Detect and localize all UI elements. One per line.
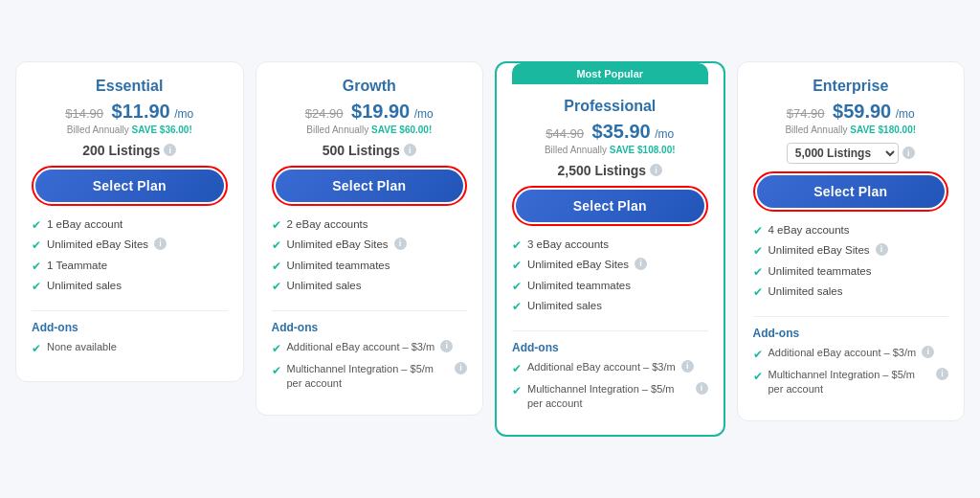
- addon-info-icon-growth-0[interactable]: i: [440, 340, 453, 352]
- addon-info-icon-enterprise-0[interactable]: i: [922, 346, 934, 358]
- select-plan-button-essential[interactable]: Select Plan: [35, 170, 224, 202]
- billing-row-enterprise: Billed Annually SAVE $180.00!: [753, 124, 949, 135]
- save-label-enterprise: SAVE $180.00!: [850, 124, 916, 135]
- feature-item-essential-2: ✔ 1 Teammate: [32, 259, 228, 275]
- addon-item-professional-0: ✔ Additional eBay account – $3/m i: [512, 360, 708, 377]
- features-list-essential: ✔ 1 eBay account ✔ Unlimited eBay Sites …: [32, 217, 228, 295]
- addon-item-growth-0: ✔ Additional eBay account – $3/m i: [272, 340, 468, 357]
- select-btn-wrapper-enterprise: Select Plan: [753, 171, 949, 212]
- check-icon: ✔: [32, 260, 41, 275]
- feature-info-icon-enterprise-1[interactable]: i: [876, 243, 888, 256]
- feature-text-growth-1: Unlimited eBay Sites: [287, 238, 389, 252]
- listings-value-professional: 2,500 Listings: [557, 163, 646, 178]
- save-label-essential: SAVE $36.00!: [132, 124, 192, 135]
- plan-card-professional: Most PopularProfessional $44.90 $35.90 /…: [495, 61, 725, 438]
- feature-item-professional-1: ✔ Unlimited eBay Sites i: [512, 258, 708, 274]
- price-new-growth: $19.90: [351, 101, 410, 122]
- addon-info-icon-professional-0[interactable]: i: [681, 360, 694, 373]
- addon-none-essential: ✔ None available: [32, 340, 228, 357]
- addons-label-professional: Add-ons: [512, 341, 708, 354]
- listings-select-enterprise[interactable]: 5,000 Listings 10,000 Listings 25,000 Li…: [787, 143, 899, 164]
- listings-row-enterprise: 5,000 Listings 10,000 Listings 25,000 Li…: [753, 143, 949, 164]
- price-row-enterprise: $74.90 $59.90 /mo: [753, 101, 949, 123]
- listings-info-icon-professional[interactable]: i: [650, 164, 662, 176]
- feature-text-growth-3: Unlimited sales: [287, 279, 362, 293]
- pricing-container: Essential $14.90 $11.90 /mo Billed Annua…: [15, 61, 965, 438]
- feature-item-growth-3: ✔ Unlimited sales: [272, 279, 468, 295]
- listings-info-icon-essential[interactable]: i: [164, 144, 176, 156]
- select-plan-button-professional[interactable]: Select Plan: [516, 190, 704, 222]
- addon-item-enterprise-1: ✔ Multichannel Integration – $5/m per ac…: [753, 368, 949, 397]
- feature-text-professional-3: Unlimited sales: [527, 299, 602, 313]
- features-list-growth: ✔ 2 eBay accounts ✔ Unlimited eBay Sites…: [272, 217, 468, 295]
- feature-info-icon-professional-1[interactable]: i: [635, 258, 647, 270]
- feature-item-professional-0: ✔ 3 eBay accounts: [512, 238, 708, 254]
- addon-text-enterprise-0: Additional eBay account – $3/m: [768, 346, 917, 360]
- addon-info-icon-enterprise-1[interactable]: i: [936, 368, 948, 380]
- plan-card-growth: Growth $24.90 $19.90 /mo Billed Annually…: [256, 61, 484, 417]
- price-row-professional: $44.90 $35.90 /mo: [512, 121, 708, 143]
- feature-info-icon-essential-1[interactable]: i: [154, 238, 167, 250]
- divider-professional: [512, 330, 708, 331]
- listings-value-essential: 200 Listings: [82, 143, 160, 158]
- price-mo-growth: /mo: [414, 107, 434, 121]
- listings-row-essential: 200 Listings i: [32, 143, 228, 158]
- feature-text-professional-1: Unlimited eBay Sites: [527, 258, 629, 272]
- plan-name-growth: Growth: [272, 78, 468, 95]
- feature-info-icon-growth-1[interactable]: i: [394, 238, 407, 250]
- feature-text-essential-1: Unlimited eBay Sites: [47, 238, 148, 252]
- select-plan-button-growth[interactable]: Select Plan: [276, 170, 464, 202]
- select-plan-button-enterprise[interactable]: Select Plan: [757, 175, 946, 208]
- addon-text-enterprise-1: Multichannel Integration – $5/m per acco…: [768, 368, 931, 397]
- check-icon: ✔: [512, 383, 522, 399]
- addons-label-essential: Add-ons: [32, 321, 228, 334]
- popular-badge: Most Popular: [512, 63, 708, 84]
- select-btn-wrapper-professional: Select Plan: [512, 186, 708, 226]
- addon-info-icon-growth-1[interactable]: i: [455, 362, 467, 374]
- check-icon: ✔: [32, 341, 41, 357]
- price-new-professional: $35.90: [592, 121, 651, 142]
- price-old-essential: $14.90: [65, 106, 103, 121]
- feature-text-enterprise-3: Unlimited sales: [768, 284, 843, 299]
- check-icon: ✔: [753, 265, 763, 281]
- addons-label-growth: Add-ons: [272, 321, 468, 334]
- addons-list-essential: ✔ None available: [32, 340, 228, 357]
- feature-text-growth-0: 2 eBay accounts: [287, 217, 368, 232]
- billing-row-essential: Billed Annually SAVE $36.00!: [32, 124, 228, 135]
- listings-info-icon-growth[interactable]: i: [404, 144, 416, 156]
- feature-text-growth-2: Unlimited teammates: [287, 259, 390, 273]
- check-icon: ✔: [32, 218, 41, 234]
- feature-text-enterprise-0: 4 eBay accounts: [768, 223, 850, 238]
- select-btn-wrapper-essential: Select Plan: [32, 166, 228, 206]
- addon-none-text-essential: None available: [47, 340, 117, 354]
- divider-essential: [32, 310, 228, 311]
- addon-item-professional-1: ✔ Multichannel Integration – $5/m per ac…: [512, 382, 708, 412]
- feature-text-essential-2: 1 Teammate: [47, 259, 107, 273]
- price-new-enterprise: $59.90: [833, 101, 891, 122]
- check-icon: ✔: [272, 260, 281, 275]
- check-icon: ✔: [272, 280, 281, 295]
- addon-text-growth-0: Additional eBay account – $3/m: [287, 340, 435, 354]
- billing-row-growth: Billed Annually SAVE $60.00!: [272, 124, 468, 135]
- check-icon: ✔: [272, 218, 281, 234]
- price-old-professional: $44.90: [546, 126, 584, 141]
- addon-info-icon-professional-1[interactable]: i: [696, 382, 708, 395]
- check-icon: ✔: [32, 238, 41, 254]
- feature-text-enterprise-1: Unlimited eBay Sites: [768, 243, 870, 258]
- addon-text-growth-1: Multichannel Integration – $5/m per acco…: [287, 362, 450, 392]
- addon-text-professional-0: Additional eBay account – $3/m: [527, 360, 676, 374]
- feature-item-enterprise-3: ✔ Unlimited sales: [753, 284, 949, 301]
- price-old-enterprise: $74.90: [787, 106, 825, 121]
- plan-card-enterprise: Enterprise $74.90 $59.90 /mo Billed Annu…: [737, 61, 966, 422]
- listings-info-icon-enterprise[interactable]: i: [902, 147, 915, 159]
- addons-list-professional: ✔ Additional eBay account – $3/m i ✔ Mul…: [512, 360, 708, 412]
- feature-item-growth-1: ✔ Unlimited eBay Sites i: [272, 238, 468, 254]
- feature-text-professional-0: 3 eBay accounts: [527, 238, 609, 252]
- check-icon: ✔: [753, 244, 763, 260]
- price-mo-essential: /mo: [174, 107, 193, 121]
- plan-name-essential: Essential: [32, 78, 228, 95]
- feature-item-enterprise-1: ✔ Unlimited eBay Sites i: [753, 243, 949, 260]
- select-btn-wrapper-growth: Select Plan: [272, 166, 468, 206]
- price-new-essential: $11.90: [112, 101, 170, 122]
- feature-item-growth-2: ✔ Unlimited teammates: [272, 259, 468, 275]
